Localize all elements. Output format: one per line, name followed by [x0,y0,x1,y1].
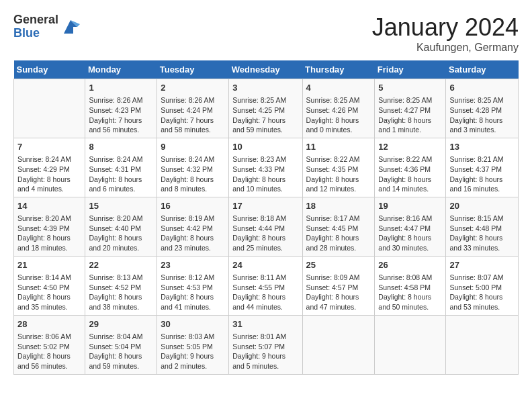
cell-line: Sunrise: 8:25 AM [378,96,432,104]
calendar-cell: 25Sunrise: 8:09 AMSunset: 4:57 PMDayligh… [302,256,375,315]
logo-blue-text: Blue [13,27,58,40]
cell-line: Daylight: 8 hours [17,293,71,301]
cell-line: and 28 minutes. [306,244,357,252]
cell-line: Sunrise: 8:07 AM [449,273,503,281]
cell-line: Sunrise: 8:16 AM [378,214,432,222]
day-number: 25 [306,259,371,271]
cell-line: Daylight: 8 hours [17,352,71,360]
week-row-2: 7Sunrise: 8:24 AMSunset: 4:29 PMDaylight… [14,138,519,197]
cell-line: Sunrise: 8:15 AM [449,214,503,222]
cell-line: Sunset: 4:33 PM [232,165,285,173]
cell-line: Daylight: 9 hours [232,352,285,360]
cell-line: Sunrise: 8:09 AM [306,273,360,281]
calendar-cell: 20Sunrise: 8:15 AMSunset: 4:48 PMDayligh… [446,197,519,256]
cell-line: Sunrise: 8:24 AM [17,155,71,163]
cell-line: Sunrise: 8:20 AM [89,214,142,222]
cell-line: Daylight: 9 hours [161,352,214,360]
cell-line: and 2 minutes. [161,362,207,370]
cell-line: Sunset: 4:57 PM [306,283,359,291]
calendar-cell: 31Sunrise: 8:01 AMSunset: 5:07 PMDayligh… [229,315,302,374]
cell-line: Sunset: 4:26 PM [306,106,359,114]
day-number: 29 [89,318,153,330]
cell-line: Sunset: 4:24 PM [161,106,213,114]
cell-line: Sunrise: 8:11 AM [232,273,286,281]
cell-line: Daylight: 8 hours [17,234,71,242]
calendar-cell: 23Sunrise: 8:12 AMSunset: 4:53 PMDayligh… [157,256,229,315]
cell-line: and 44 minutes. [232,303,283,311]
day-number: 21 [17,259,81,271]
cell-line: Sunset: 4:40 PM [89,224,141,232]
cell-line: Daylight: 8 hours [232,175,285,183]
cell-content: Sunrise: 8:12 AMSunset: 4:53 PMDaylight:… [161,273,225,312]
cell-line: and 56 minutes. [89,126,139,134]
day-number: 31 [232,318,298,330]
cell-line: Sunset: 4:37 PM [449,165,502,173]
calendar-cell: 9Sunrise: 8:24 AMSunset: 4:32 PMDaylight… [157,138,229,197]
day-number: 13 [449,141,515,153]
cell-line: Sunset: 4:29 PM [17,165,70,173]
cell-content: Sunrise: 8:01 AMSunset: 5:07 PMDaylight:… [232,332,298,371]
day-number: 2 [161,82,225,94]
cell-content: Sunrise: 8:25 AMSunset: 4:25 PMDaylight:… [232,95,298,135]
calendar-cell [375,315,446,374]
cell-content: Sunrise: 8:07 AMSunset: 5:00 PMDaylight:… [449,273,515,312]
cell-line: and 53 minutes. [449,303,500,311]
day-number: 30 [161,318,225,330]
day-number: 9 [161,141,225,153]
cell-line: and 5 minutes. [232,362,279,370]
cell-line: Daylight: 7 hours [89,116,142,124]
cell-line: and 47 minutes. [306,303,357,311]
cell-line: Daylight: 8 hours [378,175,431,183]
day-number: 7 [17,141,81,153]
calendar-cell: 17Sunrise: 8:18 AMSunset: 4:44 PMDayligh… [229,197,302,256]
cell-content: Sunrise: 8:20 AMSunset: 4:39 PMDaylight:… [17,214,81,253]
day-number: 8 [89,141,153,153]
cell-line: Sunset: 4:39 PM [17,224,70,232]
cell-line: and 10 minutes. [232,185,283,193]
cell-content: Sunrise: 8:24 AMSunset: 4:32 PMDaylight:… [161,154,225,194]
day-number: 15 [89,200,153,212]
header-sunday: Sunday [14,60,85,79]
cell-line: Sunset: 4:36 PM [378,165,431,173]
cell-content: Sunrise: 8:04 AMSunset: 5:04 PMDaylight:… [89,332,153,371]
cell-content: Sunrise: 8:08 AMSunset: 4:58 PMDaylight:… [378,273,442,312]
cell-line: and 50 minutes. [378,303,429,311]
day-number: 5 [378,82,442,94]
cell-content: Sunrise: 8:26 AMSunset: 4:23 PMDaylight:… [89,95,153,135]
day-number: 6 [449,82,515,94]
day-number: 20 [449,200,515,212]
day-number: 28 [17,318,81,330]
cell-line: Daylight: 8 hours [306,175,359,183]
calendar-cell: 14Sunrise: 8:20 AMSunset: 4:39 PMDayligh… [14,197,85,256]
cell-line: Sunset: 4:42 PM [161,224,213,232]
cell-content: Sunrise: 8:22 AMSunset: 4:36 PMDaylight:… [378,154,442,194]
cell-line: Sunrise: 8:13 AM [89,273,142,281]
day-number: 27 [449,259,515,271]
cell-line: and 12 minutes. [306,185,357,193]
cell-line: Sunrise: 8:25 AM [449,96,503,104]
header-tuesday: Tuesday [157,60,229,79]
day-number: 24 [232,259,298,271]
title-area: January 2024 Kaufungen, Germany [372,13,519,54]
calendar-cell: 21Sunrise: 8:14 AMSunset: 4:50 PMDayligh… [14,256,85,315]
calendar-header-row: SundayMondayTuesdayWednesdayThursdayFrid… [14,60,519,79]
cell-line: Sunset: 4:44 PM [232,224,285,232]
cell-content: Sunrise: 8:11 AMSunset: 4:55 PMDaylight:… [232,273,298,312]
cell-line: Sunrise: 8:06 AM [17,332,71,340]
cell-line: Sunrise: 8:19 AM [161,214,214,222]
location-subtitle: Kaufungen, Germany [372,42,519,54]
cell-line: Daylight: 8 hours [232,293,285,301]
day-number: 12 [378,141,442,153]
cell-line: Sunset: 4:35 PM [306,165,359,173]
cell-line: Sunset: 4:58 PM [378,283,431,291]
cell-line: Daylight: 8 hours [161,175,214,183]
calendar-table: SundayMondayTuesdayWednesdayThursdayFrid… [13,60,519,375]
cell-line: Sunset: 4:52 PM [89,283,141,291]
cell-content: Sunrise: 8:25 AMSunset: 4:27 PMDaylight:… [378,95,442,135]
day-number: 4 [306,82,371,94]
cell-line: and 18 minutes. [17,244,68,252]
cell-content: Sunrise: 8:26 AMSunset: 4:24 PMDaylight:… [161,95,225,135]
cell-line: Sunset: 4:31 PM [89,165,141,173]
cell-line: Sunrise: 8:18 AM [232,214,286,222]
cell-line: Daylight: 8 hours [17,175,71,183]
